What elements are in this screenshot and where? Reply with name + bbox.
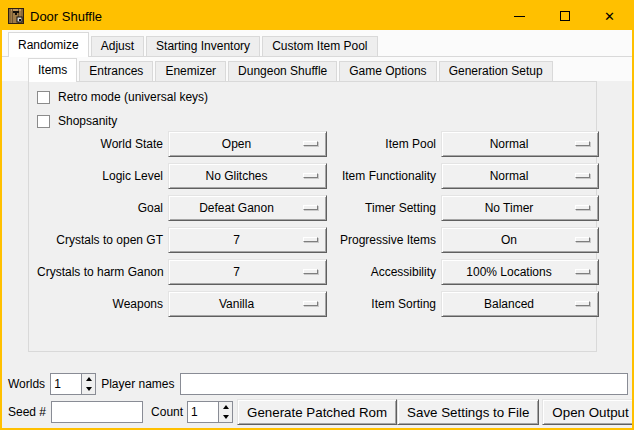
tab-randomize[interactable]: Randomize — [8, 32, 89, 57]
dropdown-indicator-icon — [303, 205, 318, 210]
close-button[interactable]: ✕ — [587, 2, 632, 30]
worlds-label: Worlds — [8, 377, 45, 391]
item-functionality-dropdown[interactable]: Normal — [441, 163, 599, 189]
worlds-spin-arrows — [81, 374, 95, 394]
crystals-gt-value: 7 — [233, 233, 240, 247]
dropdown-indicator-icon — [303, 173, 318, 178]
goal-dropdown[interactable]: Defeat Ganon — [168, 195, 327, 221]
seed-label: Seed # — [8, 405, 46, 419]
dropdown-indicator-icon — [303, 269, 318, 274]
count-value: 1 — [188, 402, 218, 422]
count-label: Count — [151, 405, 183, 419]
logic-level-dropdown[interactable]: No Glitches — [168, 163, 327, 189]
item-sorting-value: Balanced — [484, 297, 534, 311]
generate-patched-rom-button[interactable]: Generate Patched Rom — [237, 399, 397, 425]
item-pool-dropdown[interactable]: Normal — [441, 131, 599, 157]
world-state-label: World State — [37, 131, 163, 157]
dropdown-indicator-icon — [575, 205, 590, 210]
window-title: Door Shuffle — [30, 9, 102, 24]
item-functionality-label: Item Functionality — [332, 163, 436, 189]
save-settings-button[interactable]: Save Settings to File — [397, 399, 539, 425]
item-sorting-label: Item Sorting — [332, 291, 436, 317]
down-arrow-icon — [223, 415, 229, 419]
count-spin-down-button[interactable] — [219, 412, 232, 422]
player-names-label: Player names — [101, 377, 174, 391]
dropdown-indicator-icon — [303, 301, 318, 306]
accessibility-dropdown[interactable]: 100% Locations — [441, 259, 599, 285]
app-door-icon — [8, 8, 24, 24]
open-output-directory-button[interactable]: Open Output Directory — [542, 399, 634, 425]
count-spinbox[interactable]: 1 — [187, 401, 233, 423]
minimize-button[interactable] — [497, 2, 542, 30]
titlebar[interactable]: Door Shuffle ✕ — [2, 2, 632, 30]
worlds-value: 1 — [51, 374, 81, 394]
close-icon: ✕ — [604, 10, 615, 23]
worlds-spinbox[interactable]: 1 — [50, 373, 96, 395]
weapons-label: Weapons — [37, 291, 163, 317]
timer-setting-value: No Timer — [485, 201, 534, 215]
item-sorting-dropdown[interactable]: Balanced — [441, 291, 599, 317]
dropdown-indicator-icon — [575, 301, 590, 306]
seed-row: Seed # Count 1 Generate Patched Rom Save… — [8, 399, 628, 425]
down-arrow-icon — [86, 387, 92, 391]
accessibility-value: 100% Locations — [466, 265, 551, 279]
item-functionality-value: Normal — [490, 169, 529, 183]
dropdown-indicator-icon — [575, 237, 590, 242]
tab-adjust[interactable]: Adjust — [91, 36, 144, 56]
tab-dungeon-shuffle[interactable]: Dungeon Shuffle — [228, 61, 337, 81]
tab-generation-setup[interactable]: Generation Setup — [439, 61, 553, 81]
count-spin-arrows — [218, 402, 232, 422]
inner-tab-bar: Items Entrances Enemizer Dungeon Shuffle… — [28, 58, 555, 81]
tab-starting-inventory[interactable]: Starting Inventory — [146, 36, 260, 56]
crystals-gt-label: Crystals to open GT — [37, 227, 163, 253]
worlds-spin-down-button[interactable] — [82, 384, 95, 394]
dropdown-indicator-icon — [303, 141, 318, 146]
timer-setting-dropdown[interactable]: No Timer — [441, 195, 599, 221]
item-pool-label: Item Pool — [332, 131, 436, 157]
player-names-input[interactable] — [180, 373, 629, 395]
maximize-button[interactable] — [542, 2, 587, 30]
worlds-spin-up-button[interactable] — [82, 374, 95, 384]
tab-enemizer[interactable]: Enemizer — [155, 61, 226, 81]
crystals-gt-dropdown[interactable]: 7 — [168, 227, 327, 253]
weapons-dropdown[interactable]: Vanilla — [168, 291, 327, 317]
dropdown-indicator-icon — [575, 141, 590, 146]
crystals-ganon-value: 7 — [233, 265, 240, 279]
items-pane: Retro mode (universal keys) Shopsanity W… — [28, 81, 597, 352]
weapons-value: Vanilla — [219, 297, 254, 311]
shopsanity-checkbox-row: Shopsanity — [37, 113, 117, 129]
shopsanity-checkbox[interactable] — [37, 115, 50, 128]
maximize-icon — [560, 11, 570, 21]
window-controls: ✕ — [497, 2, 632, 30]
outer-tab-bar: Randomize Adjust Starting Inventory Cust… — [2, 30, 632, 57]
tab-game-options[interactable]: Game Options — [339, 61, 436, 81]
up-arrow-icon — [86, 377, 92, 381]
door-shuffle-window: Door Shuffle ✕ Randomize Adjust Starting… — [0, 0, 634, 430]
seed-input[interactable] — [51, 401, 143, 423]
world-state-value: Open — [222, 137, 251, 151]
dropdown-indicator-icon — [575, 173, 590, 178]
retro-mode-checkbox-row: Retro mode (universal keys) — [37, 89, 208, 105]
item-pool-value: Normal — [490, 137, 529, 151]
progressive-items-dropdown[interactable]: On — [441, 227, 599, 253]
worlds-row: Worlds 1 Player names — [8, 372, 628, 395]
dropdown-indicator-icon — [303, 237, 318, 242]
progressive-items-value: On — [501, 233, 517, 247]
crystals-ganon-dropdown[interactable]: 7 — [168, 259, 327, 285]
options-grid: World State Open Item Pool Normal Logic … — [37, 131, 599, 317]
window-body: Randomize Adjust Starting Inventory Cust… — [2, 30, 632, 428]
goal-label: Goal — [37, 195, 163, 221]
world-state-dropdown[interactable]: Open — [168, 131, 327, 157]
crystals-ganon-label: Crystals to harm Ganon — [37, 259, 163, 285]
tab-custom-item-pool[interactable]: Custom Item Pool — [262, 36, 377, 56]
timer-setting-label: Timer Setting — [332, 195, 436, 221]
retro-mode-checkbox[interactable] — [37, 91, 50, 104]
retro-mode-label: Retro mode (universal keys) — [58, 90, 208, 104]
shopsanity-label: Shopsanity — [58, 114, 117, 128]
count-spin-up-button[interactable] — [219, 402, 232, 412]
tab-entrances[interactable]: Entrances — [79, 61, 153, 81]
dropdown-indicator-icon — [575, 269, 590, 274]
tab-items[interactable]: Items — [28, 58, 77, 82]
goal-value: Defeat Ganon — [199, 201, 274, 215]
logic-level-label: Logic Level — [37, 163, 163, 189]
